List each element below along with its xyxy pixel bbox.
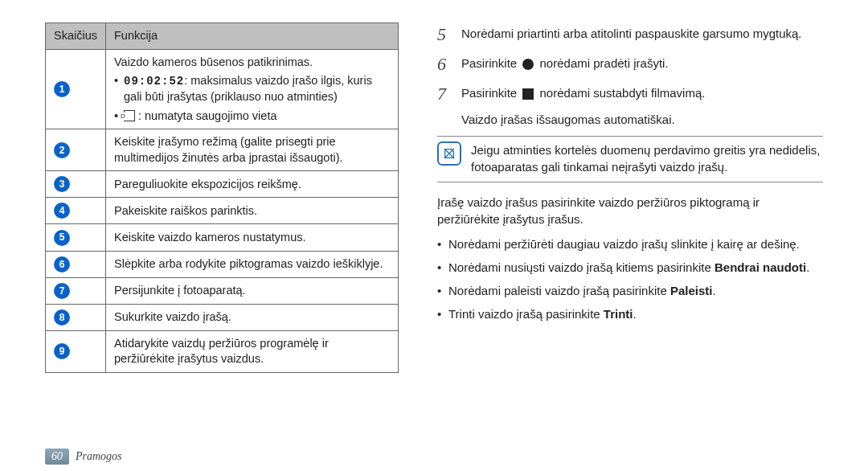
table-row: 4 Pakeiskite raiškos parinktis. [46,198,399,224]
bullet-number-icon: 9 [54,343,70,359]
list-item: Norėdami nusiųsti vaizdo įrašą kitiems p… [437,259,823,276]
row1-time-item: 09:02:52: maksimalus vaizdo įrašo ilgis,… [114,73,390,104]
list-item: Norėdami peržiūrėti daugiau vaizdo įrašų… [437,236,823,252]
list-item: Norėdami paleisti vaizdo įrašą pasirinki… [437,282,823,299]
table-row: 9 Atidarykite vaizdų peržiūros programėl… [46,330,399,372]
stop-icon [522,88,534,100]
table-header-function: Funkcija [106,23,399,50]
table-header-number: Skaičius [46,23,106,50]
bullet-number-icon: 6 [54,256,70,272]
step-number: 5 [437,23,453,47]
row1-storage-item: : numatyta saugojimo vieta [114,109,390,125]
bullet-number-icon: 2 [54,142,70,158]
table-row: 1 Vaizdo kameros būsenos patikrinimas. 0… [46,49,399,129]
note-box: Jeigu atminties kortelės duomenų perdavi… [437,136,823,182]
instruction-column: 5 Norėdami priartinti arba atitolinti pa… [437,23,823,445]
bullet-number-icon: 7 [54,283,70,299]
bullet-number-icon: 8 [54,309,70,326]
table-row: 7 Persijunkite į fotoaparatą. [46,277,399,304]
bullet-number-icon: 1 [54,81,70,97]
table-row: 3 Pareguliuokite ekspozicijos reikšmę. [46,171,399,198]
bullet-number-icon: 5 [54,230,70,246]
function-table-column: Skaičius Funkcija 1 Vaizdo kameros būsen… [45,23,399,445]
after-note: Įrašę vaizdo įrašus pasirinkite vaizdo p… [437,194,823,227]
note-text: Jeigu atminties kortelės duomenų perdavi… [471,141,823,175]
table-row: 5 Keiskite vaizdo kameros nustatymus. [46,224,399,251]
bullet-number-icon: 4 [54,203,70,219]
auto-save-text: Vaizdo įrašas išsaugomas automatiškai. [461,111,823,128]
step-number: 7 [437,82,453,107]
step-5: 5 Norėdami priartinti arba atitolinti pa… [437,23,823,47]
table-row: 8 Sukurkite vaizdo įrašą. [46,304,399,330]
bullet-list: Norėdami peržiūrėti daugiau vaizdo įrašų… [437,236,823,322]
function-table: Skaičius Funkcija 1 Vaizdo kameros būsen… [45,23,399,373]
table-row: 6 Slėpkite arba rodykite piktogramas vai… [46,251,399,277]
step-7: 7 Pasirinkite norėdami sustabdyti filmav… [437,82,823,107]
clock-icon: 09:02:52 [124,75,184,88]
record-icon [522,59,534,70]
table-row: 2 Keiskite įrašymo režimą (galite priseg… [46,129,399,171]
row1-lead: Vaizdo kameros būsenos patikrinimas. [114,55,390,71]
list-item: Trinti vaizdo įrašą pasirinkite Trinti. [437,305,823,322]
step-6: 6 Pasirinkite norėdami pradėti įrašyti. [437,52,823,77]
bullet-number-icon: 3 [54,176,70,192]
page-footer: 60 Pramogos [45,448,823,471]
storage-icon [124,110,135,121]
step-number: 6 [437,52,453,77]
page-number: 60 [45,448,69,465]
page-section: Pramogos [76,450,122,463]
note-icon [437,141,461,166]
